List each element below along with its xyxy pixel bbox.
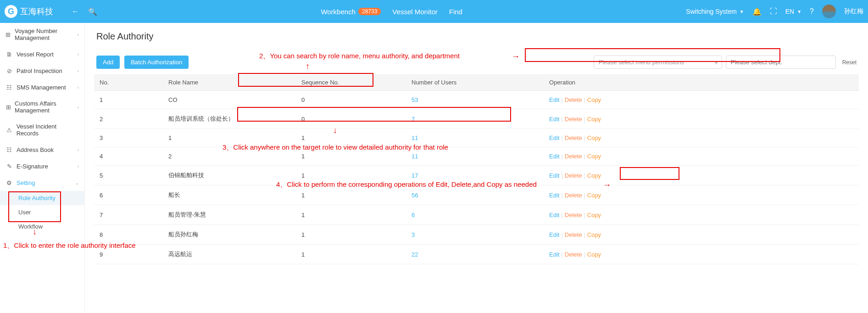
copy-link[interactable]: Copy	[587, 251, 601, 258]
sidebar-sub-role-authority[interactable]: Role Authority	[0, 191, 84, 205]
cell-op: Edit|Delete|Copy	[544, 129, 859, 147]
users-link[interactable]: 22	[412, 251, 418, 258]
chevron-right-icon: ›	[78, 52, 79, 57]
delete-link[interactable]: Delete	[565, 212, 582, 218]
edit-link[interactable]: Edit	[549, 134, 559, 141]
copy-link[interactable]: Copy	[587, 134, 601, 141]
batch-auth-button[interactable]: Batch Authorization	[124, 56, 189, 69]
delete-link[interactable]: Delete	[565, 153, 582, 160]
reset-link[interactable]: Reset	[842, 59, 857, 66]
cell-seq: 0	[296, 109, 406, 129]
lang-switch[interactable]: EN ▼	[785, 8, 801, 15]
users-link[interactable]: 17	[412, 172, 418, 179]
copy-link[interactable]: Copy	[587, 116, 601, 123]
delete-link[interactable]: Delete	[565, 251, 582, 258]
avatar[interactable]	[822, 5, 836, 18]
sidebar-item-e-signature[interactable]: ✎E-Signature›	[0, 158, 84, 174]
bell-icon[interactable]: 🔔	[752, 7, 762, 16]
col-no: No.	[94, 74, 163, 91]
delete-link[interactable]: Delete	[565, 192, 582, 199]
sidebar-icon: ⊞	[6, 103, 11, 111]
sidebar-item-address-book[interactable]: ☷Address Book›	[0, 141, 84, 158]
copy-link[interactable]: Copy	[587, 96, 601, 103]
search-icon[interactable]: 🔍	[88, 7, 97, 16]
edit-link[interactable]: Edit	[549, 96, 559, 103]
brand-logo: G 互海科技	[5, 5, 53, 18]
nav-vessel-monitor[interactable]: Vessel Monitor	[392, 8, 437, 16]
copy-link[interactable]: Copy	[587, 172, 601, 179]
chevron-right-icon: ›	[78, 85, 79, 90]
table-row[interactable]: 31111Edit|Delete|Copy	[94, 129, 859, 147]
top-bar: G 互海科技 ← 🔍 Workbench 28733 Vessel Monito…	[0, 0, 868, 23]
dept-input[interactable]	[726, 56, 836, 69]
copy-link[interactable]: Copy	[587, 192, 601, 199]
delete-link[interactable]: Delete	[565, 172, 582, 179]
sidebar-item-patrol-inspectiion[interactable]: ⊘Patrol Inspectiion›	[0, 62, 84, 79]
sidebar-sub-user[interactable]: User	[0, 205, 84, 219]
sidebar-item-vessel-incident-records[interactable]: ⚠Vessel Incident Records	[0, 118, 84, 141]
users-link[interactable]: 53	[412, 96, 418, 103]
cell-role: 2	[163, 147, 296, 166]
delete-link[interactable]: Delete	[565, 116, 582, 123]
edit-link[interactable]: Edit	[549, 231, 559, 238]
cell-users: 53	[406, 91, 544, 109]
cell-no: 2	[94, 109, 163, 129]
sidebar-sub-workflow[interactable]: Workflow	[0, 219, 84, 234]
cell-users: 22	[406, 245, 544, 264]
users-link[interactable]: 3	[412, 231, 415, 238]
delete-link[interactable]: Delete	[565, 231, 582, 238]
col-op: Operation	[544, 74, 859, 91]
table-row[interactable]: 9高远航运122Edit|Delete|Copy	[94, 245, 859, 264]
nav-workbench[interactable]: Workbench 28733	[321, 8, 381, 16]
edit-link[interactable]: Edit	[549, 172, 559, 179]
table-row[interactable]: 6船长156Edit|Delete|Copy	[94, 185, 859, 205]
expand-icon[interactable]: ⛶	[770, 7, 777, 16]
sidebar: ⊞Voyage Number Management›🗎Vessel Report…	[0, 23, 85, 313]
table-row[interactable]: 2船员培训系统（徐处长）07Edit|Delete|Copy	[94, 109, 859, 129]
col-seq: Sequence No.	[296, 74, 406, 91]
users-link[interactable]: 6	[412, 212, 415, 218]
sidebar-icon: ⊘	[6, 67, 13, 74]
table-row[interactable]: 1CO053Edit|Delete|Copy	[94, 91, 859, 109]
users-link[interactable]: 56	[412, 192, 418, 199]
add-button[interactable]: Add	[96, 56, 120, 69]
edit-link[interactable]: Edit	[549, 116, 559, 123]
copy-link[interactable]: Copy	[587, 231, 601, 238]
sidebar-item-setting[interactable]: ⚙Setting⌄	[0, 174, 84, 191]
switching-system[interactable]: Switching System ▼	[686, 8, 744, 15]
users-link[interactable]: 11	[412, 153, 418, 160]
main-content: Role Authority Add Batch Authorization P…	[85, 23, 868, 313]
sidebar-item-label: E-Signature	[17, 163, 48, 170]
users-link[interactable]: 7	[412, 116, 415, 123]
cell-role: 船员孙红梅	[163, 225, 296, 245]
copy-link[interactable]: Copy	[587, 212, 601, 218]
users-link[interactable]: 11	[412, 134, 418, 141]
edit-link[interactable]: Edit	[549, 153, 559, 160]
sidebar-item-vessel-report[interactable]: 🗎Vessel Report›	[0, 46, 84, 62]
table-row[interactable]: 8船员孙红梅13Edit|Delete|Copy	[94, 225, 859, 245]
sidebar-item-label: Vessel Incident Records	[17, 123, 79, 137]
nav-find[interactable]: Find	[449, 8, 462, 16]
table-row[interactable]: 42111Edit|Delete|Copy	[94, 147, 859, 166]
sidebar-item-sms-management[interactable]: ☷SMS Management›	[0, 79, 84, 95]
sidebar-item-customs-affairs-management[interactable]: ⊞Customs Affairs Management›	[0, 95, 84, 118]
edit-link[interactable]: Edit	[549, 212, 559, 218]
sidebar-item-voyage-number-management[interactable]: ⊞Voyage Number Management›	[0, 23, 84, 46]
table-row[interactable]: 7船员管理-朱慧16Edit|Delete|Copy	[94, 205, 859, 225]
chevron-right-icon: ›	[78, 32, 79, 37]
help-icon[interactable]: ?	[810, 7, 814, 16]
chevron-right-icon: ›	[78, 105, 79, 110]
role-table: No. Role Name Sequence No. Number of Use…	[94, 74, 859, 264]
table-row[interactable]: 5伯锦船舶科技117Edit|Delete|Copy	[94, 166, 859, 185]
sidebar-icon: ⚙	[6, 179, 13, 186]
cell-op: Edit|Delete|Copy	[544, 91, 859, 109]
copy-link[interactable]: Copy	[587, 153, 601, 160]
edit-link[interactable]: Edit	[549, 251, 559, 258]
cell-seq: 1	[296, 166, 406, 185]
sidebar-item-label: Vessel Report	[17, 51, 54, 58]
back-icon[interactable]: ←	[72, 7, 79, 16]
delete-link[interactable]: Delete	[565, 96, 582, 103]
edit-link[interactable]: Edit	[549, 192, 559, 199]
delete-link[interactable]: Delete	[565, 134, 582, 141]
menu-permissions-select[interactable]: Please select menu permissions	[594, 56, 722, 69]
